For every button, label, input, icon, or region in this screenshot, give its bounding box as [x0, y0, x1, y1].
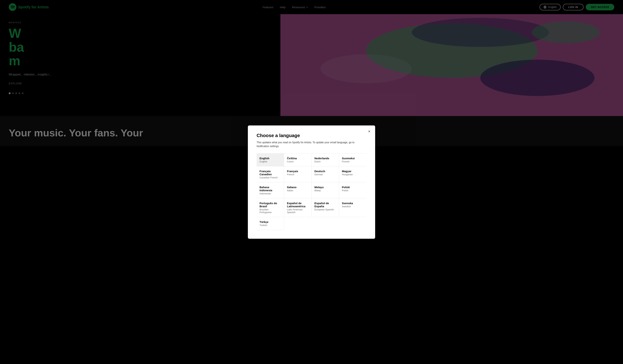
- modal-close-button[interactable]: ×: [367, 129, 372, 134]
- language-option-svenska[interactable]: SvenskaSwedish: [339, 198, 366, 217]
- language-option-italiano[interactable]: ItalianoItalian: [284, 182, 312, 198]
- language-option-melayu[interactable]: MelayuMalay: [312, 182, 339, 198]
- modal-overlay[interactable]: × Choose a language This updates what yo…: [0, 0, 623, 364]
- language-name: Melayu: [314, 186, 336, 189]
- language-modal: × Choose a language This updates what yo…: [248, 126, 375, 239]
- language-name: Magyar: [342, 170, 363, 173]
- language-option-čeština[interactable]: ČeštinaCzech: [284, 153, 312, 166]
- language-option-español-de-españa[interactable]: Español de EspañaEuropean Spanish: [312, 198, 339, 217]
- language-native: Indonesian: [260, 192, 281, 195]
- language-name: Nederlands: [314, 157, 336, 160]
- language-grid: EnglishEnglishČeštinaCzechNederlandsDutc…: [257, 153, 366, 230]
- language-option-bahasa-indonesia[interactable]: Bahasa IndonesiaIndonesian: [257, 182, 284, 198]
- language-option-english[interactable]: EnglishEnglish: [257, 153, 284, 166]
- language-option-türkçe[interactable]: TürkçeTurkish: [257, 217, 284, 230]
- language-name: Italiano: [287, 186, 308, 189]
- language-native: French: [287, 173, 308, 176]
- language-name: Português do Brasil: [260, 202, 281, 208]
- language-native: Swedish: [342, 205, 363, 208]
- modal-title: Choose a language: [257, 133, 366, 138]
- language-name: Français Canadien: [260, 170, 281, 176]
- language-native: Latin American Spanish: [287, 208, 308, 214]
- language-option-deutsch[interactable]: DeutschGerman: [312, 166, 339, 182]
- language-name: Français: [287, 170, 308, 173]
- language-name: Español de España: [314, 202, 336, 208]
- language-native: Polish: [342, 189, 363, 192]
- language-name: Türkçe: [260, 220, 281, 223]
- language-native: Brazilian Portuguese: [260, 208, 281, 214]
- language-native: Turkish: [260, 224, 281, 227]
- language-option-español-de-latinoamérica[interactable]: Español de LatinoaméricaLatin American S…: [284, 198, 312, 217]
- language-option-suomeksi[interactable]: SuomeksiFinnish: [339, 153, 366, 166]
- language-option-português-do-brasil[interactable]: Português do BrasilBrazilian Portuguese: [257, 198, 284, 217]
- language-native: German: [314, 173, 336, 176]
- language-native: Canadian French: [260, 176, 281, 179]
- language-name: Suomeksi: [342, 157, 363, 160]
- language-native: Malay: [314, 189, 336, 192]
- language-name: Bahasa Indonesia: [260, 186, 281, 192]
- language-name: Svenska: [342, 202, 363, 205]
- language-option-nederlands[interactable]: NederlandsDutch: [312, 153, 339, 166]
- language-name: Deutsch: [314, 170, 336, 173]
- language-option-français-canadien[interactable]: Français CanadienCanadian French: [257, 166, 284, 182]
- language-name: Čeština: [287, 157, 308, 160]
- language-option-polski[interactable]: PolskiPolish: [339, 182, 366, 198]
- language-native: Hungarian: [342, 173, 363, 176]
- language-native: English: [260, 160, 281, 163]
- language-native: Finnish: [342, 160, 363, 163]
- language-name: Polski: [342, 186, 363, 189]
- language-native: European Spanish: [314, 208, 336, 211]
- language-option-français[interactable]: FrançaisFrench: [284, 166, 312, 182]
- language-option-magyar[interactable]: MagyarHungarian: [339, 166, 366, 182]
- modal-subtitle: This updates what you read on Spotify fo…: [257, 141, 366, 148]
- language-native: Dutch: [314, 160, 336, 163]
- language-name: Español de Latinoamérica: [287, 202, 308, 208]
- language-native: Italian: [287, 189, 308, 192]
- language-native: Czech: [287, 160, 308, 163]
- language-name: English: [260, 157, 281, 160]
